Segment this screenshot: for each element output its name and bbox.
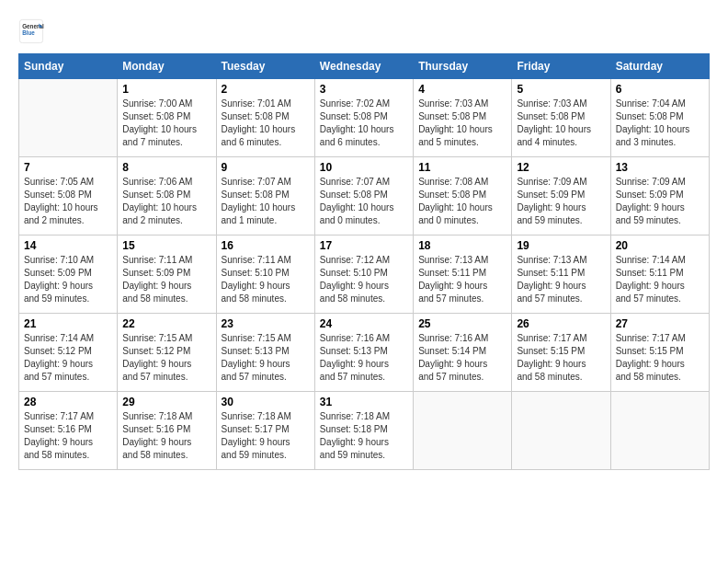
day-info: Sunrise: 7:09 AM Sunset: 5:09 PM Dayligh… (517, 176, 605, 227)
day-info: Sunrise: 7:02 AM Sunset: 5:08 PM Dayligh… (320, 98, 408, 149)
table-row: 14Sunrise: 7:10 AM Sunset: 5:09 PM Dayli… (19, 236, 118, 314)
calendar-week-2: 14Sunrise: 7:10 AM Sunset: 5:09 PM Dayli… (19, 236, 710, 314)
table-row: 25Sunrise: 7:16 AM Sunset: 5:14 PM Dayli… (414, 314, 512, 392)
day-number: 25 (418, 317, 506, 330)
calendar-week-1: 7Sunrise: 7:05 AM Sunset: 5:08 PM Daylig… (19, 157, 710, 236)
day-info: Sunrise: 7:00 AM Sunset: 5:08 PM Dayligh… (122, 98, 210, 149)
calendar-week-0: 1Sunrise: 7:00 AM Sunset: 5:08 PM Daylig… (19, 79, 710, 157)
day-info: Sunrise: 7:14 AM Sunset: 5:11 PM Dayligh… (616, 254, 704, 305)
table-row: 12Sunrise: 7:09 AM Sunset: 5:09 PM Dayli… (512, 157, 610, 236)
day-number: 26 (517, 317, 605, 330)
header-thursday: Thursday (414, 54, 512, 79)
day-info: Sunrise: 7:18 AM Sunset: 5:18 PM Dayligh… (320, 410, 408, 462)
table-row: 8Sunrise: 7:06 AM Sunset: 5:08 PM Daylig… (118, 157, 216, 236)
day-number: 16 (222, 239, 310, 252)
table-row: 10Sunrise: 7:07 AM Sunset: 5:08 PM Dayli… (314, 157, 413, 236)
day-info: Sunrise: 7:03 AM Sunset: 5:08 PM Dayligh… (517, 98, 605, 149)
header-tuesday: Tuesday (216, 54, 314, 79)
day-number: 20 (616, 239, 704, 252)
day-info: Sunrise: 7:17 AM Sunset: 5:15 PM Dayligh… (517, 332, 605, 384)
day-number: 31 (320, 396, 408, 408)
day-info: Sunrise: 7:07 AM Sunset: 5:08 PM Dayligh… (222, 176, 310, 227)
table-row: 11Sunrise: 7:08 AM Sunset: 5:08 PM Dayli… (414, 157, 512, 236)
table-row: 18Sunrise: 7:13 AM Sunset: 5:11 PM Dayli… (414, 236, 512, 314)
day-info: Sunrise: 7:14 AM Sunset: 5:12 PM Dayligh… (24, 332, 112, 384)
day-info: Sunrise: 7:07 AM Sunset: 5:08 PM Dayligh… (320, 176, 408, 227)
table-row: 17Sunrise: 7:12 AM Sunset: 5:10 PM Dayli… (314, 236, 413, 314)
calendar-week-4: 28Sunrise: 7:17 AM Sunset: 5:16 PM Dayli… (19, 392, 710, 470)
day-info: Sunrise: 7:11 AM Sunset: 5:09 PM Dayligh… (122, 254, 210, 305)
page-header: General Blue (18, 18, 710, 44)
day-info: Sunrise: 7:17 AM Sunset: 5:15 PM Dayligh… (616, 332, 704, 384)
table-row: 9Sunrise: 7:07 AM Sunset: 5:08 PM Daylig… (216, 157, 314, 236)
day-number: 12 (517, 161, 605, 174)
day-number: 8 (122, 161, 210, 174)
table-row: 3Sunrise: 7:02 AM Sunset: 5:08 PM Daylig… (314, 79, 413, 157)
day-number: 21 (24, 317, 112, 330)
header-saturday: Saturday (610, 54, 709, 79)
day-number: 30 (222, 396, 310, 408)
table-row: 13Sunrise: 7:09 AM Sunset: 5:09 PM Dayli… (610, 157, 709, 236)
table-row: 5Sunrise: 7:03 AM Sunset: 5:08 PM Daylig… (512, 79, 610, 157)
day-info: Sunrise: 7:01 AM Sunset: 5:08 PM Dayligh… (222, 98, 310, 149)
day-number: 5 (517, 83, 605, 96)
table-row: 28Sunrise: 7:17 AM Sunset: 5:16 PM Dayli… (19, 392, 118, 470)
table-row (512, 392, 610, 470)
table-row: 1Sunrise: 7:00 AM Sunset: 5:08 PM Daylig… (118, 79, 216, 157)
day-info: Sunrise: 7:04 AM Sunset: 5:08 PM Dayligh… (616, 98, 704, 149)
table-row: 6Sunrise: 7:04 AM Sunset: 5:08 PM Daylig… (610, 79, 709, 157)
table-row: 30Sunrise: 7:18 AM Sunset: 5:17 PM Dayli… (216, 392, 314, 470)
table-row: 4Sunrise: 7:03 AM Sunset: 5:08 PM Daylig… (414, 79, 512, 157)
table-row: 16Sunrise: 7:11 AM Sunset: 5:10 PM Dayli… (216, 236, 314, 314)
day-number: 2 (222, 83, 310, 96)
table-row (19, 79, 118, 157)
day-info: Sunrise: 7:17 AM Sunset: 5:16 PM Dayligh… (24, 410, 112, 462)
day-number: 18 (418, 239, 506, 252)
day-number: 10 (320, 161, 408, 174)
table-row: 31Sunrise: 7:18 AM Sunset: 5:18 PM Dayli… (314, 392, 413, 470)
day-info: Sunrise: 7:16 AM Sunset: 5:14 PM Dayligh… (418, 332, 506, 384)
calendar-header-row: Sunday Monday Tuesday Wednesday Thursday… (19, 54, 710, 79)
logo-icon: General Blue (18, 18, 44, 44)
table-row: 7Sunrise: 7:05 AM Sunset: 5:08 PM Daylig… (19, 157, 118, 236)
logo: General Blue (18, 18, 44, 44)
day-info: Sunrise: 7:18 AM Sunset: 5:16 PM Dayligh… (122, 410, 210, 462)
calendar-week-3: 21Sunrise: 7:14 AM Sunset: 5:12 PM Dayli… (19, 314, 710, 392)
day-number: 24 (320, 317, 408, 330)
day-number: 3 (320, 83, 408, 96)
day-info: Sunrise: 7:05 AM Sunset: 5:08 PM Dayligh… (24, 176, 112, 227)
header-wednesday: Wednesday (314, 54, 413, 79)
day-number: 27 (616, 317, 704, 330)
day-info: Sunrise: 7:09 AM Sunset: 5:09 PM Dayligh… (616, 176, 704, 227)
table-row: 26Sunrise: 7:17 AM Sunset: 5:15 PM Dayli… (512, 314, 610, 392)
day-info: Sunrise: 7:10 AM Sunset: 5:09 PM Dayligh… (24, 254, 112, 305)
table-row (414, 392, 512, 470)
day-number: 14 (24, 239, 112, 252)
day-number: 11 (418, 161, 506, 174)
day-info: Sunrise: 7:13 AM Sunset: 5:11 PM Dayligh… (418, 254, 506, 305)
day-number: 7 (24, 161, 112, 174)
day-info: Sunrise: 7:11 AM Sunset: 5:10 PM Dayligh… (222, 254, 310, 305)
day-number: 13 (616, 161, 704, 174)
table-row: 22Sunrise: 7:15 AM Sunset: 5:12 PM Dayli… (118, 314, 216, 392)
day-number: 28 (24, 396, 112, 408)
table-row: 23Sunrise: 7:15 AM Sunset: 5:13 PM Dayli… (216, 314, 314, 392)
header-monday: Monday (118, 54, 216, 79)
day-number: 1 (122, 83, 210, 96)
header-friday: Friday (512, 54, 610, 79)
table-row: 20Sunrise: 7:14 AM Sunset: 5:11 PM Dayli… (610, 236, 709, 314)
day-info: Sunrise: 7:06 AM Sunset: 5:08 PM Dayligh… (122, 176, 210, 227)
table-row: 24Sunrise: 7:16 AM Sunset: 5:13 PM Dayli… (314, 314, 413, 392)
day-number: 22 (122, 317, 210, 330)
table-row: 2Sunrise: 7:01 AM Sunset: 5:08 PM Daylig… (216, 79, 314, 157)
day-info: Sunrise: 7:15 AM Sunset: 5:13 PM Dayligh… (222, 332, 310, 384)
day-number: 17 (320, 239, 408, 252)
day-info: Sunrise: 7:16 AM Sunset: 5:13 PM Dayligh… (320, 332, 408, 384)
day-number: 9 (222, 161, 310, 174)
day-number: 23 (222, 317, 310, 330)
svg-text:Blue: Blue (22, 29, 35, 36)
day-number: 4 (418, 83, 506, 96)
table-row (610, 392, 709, 470)
table-row: 15Sunrise: 7:11 AM Sunset: 5:09 PM Dayli… (118, 236, 216, 314)
day-number: 15 (122, 239, 210, 252)
